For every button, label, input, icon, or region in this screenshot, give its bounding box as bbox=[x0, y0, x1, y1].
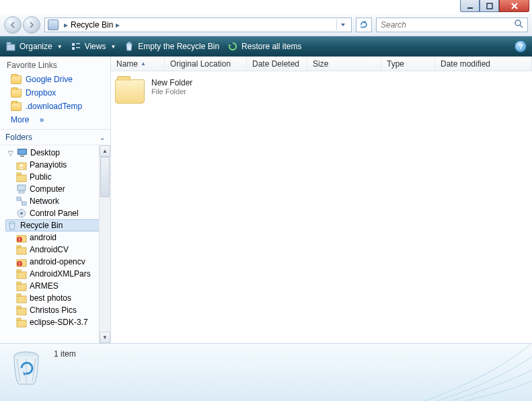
chevron-right-icon: » bbox=[40, 115, 44, 124]
views-label: Views bbox=[85, 42, 106, 51]
address-bar[interactable]: ▸ Recycle Bin ▸ bbox=[44, 17, 352, 32]
collapse-icon[interactable]: ▽ bbox=[7, 149, 14, 157]
svg-rect-19 bbox=[17, 173, 21, 175]
tree-item-network[interactable]: Network bbox=[5, 195, 110, 207]
empty-label: Empty the Recycle Bin bbox=[138, 42, 219, 51]
tree-item-androidcv[interactable]: AndroidCV bbox=[5, 244, 110, 256]
sort-arrow-icon: ▲ bbox=[141, 61, 146, 67]
maximize-button[interactable] bbox=[480, 0, 499, 12]
tree-item-best-photos[interactable]: best photos bbox=[5, 292, 110, 304]
tree-item-recycle-bin[interactable]: Recycle Bin bbox=[5, 219, 110, 231]
forward-button[interactable] bbox=[23, 16, 40, 34]
scroll-up-button[interactable]: ▲ bbox=[100, 145, 110, 157]
svg-point-26 bbox=[20, 212, 23, 215]
folder-icon bbox=[16, 305, 27, 316]
svg-rect-11 bbox=[76, 47, 80, 48]
file-list[interactable]: New Folder File Folder bbox=[111, 71, 532, 343]
help-button[interactable]: ? bbox=[515, 40, 527, 52]
favorites-more[interactable]: More » bbox=[7, 113, 105, 126]
column-date-deleted[interactable]: Date Deleted bbox=[247, 57, 307, 71]
tree-item-label: android-opencv bbox=[30, 257, 85, 266]
status-text: 1 item bbox=[54, 349, 76, 359]
tree-item-android-opencv[interactable]: !android-opencv bbox=[5, 256, 110, 268]
empty-recycle-bin-button[interactable]: Empty the Recycle Bin bbox=[124, 41, 219, 52]
minimize-button[interactable] bbox=[460, 0, 480, 12]
nav-buttons bbox=[4, 16, 40, 34]
search-box[interactable] bbox=[376, 17, 528, 32]
column-size[interactable]: Size bbox=[307, 57, 381, 71]
tree-item-label: android bbox=[30, 233, 56, 242]
control-icon bbox=[16, 208, 27, 219]
folder-icon bbox=[16, 281, 27, 291]
titlebar bbox=[0, 0, 532, 13]
svg-rect-1 bbox=[487, 3, 492, 9]
svg-rect-0 bbox=[467, 7, 473, 9]
svg-rect-10 bbox=[72, 47, 75, 50]
svg-rect-41 bbox=[17, 294, 21, 296]
svg-rect-20 bbox=[17, 185, 26, 190]
folder-icon bbox=[11, 102, 22, 111]
tree-item-desktop[interactable]: ▽Desktop bbox=[5, 147, 110, 159]
folder-icon bbox=[115, 79, 145, 104]
address-dropdown[interactable] bbox=[336, 20, 348, 30]
tree-item-armes[interactable]: ARMES bbox=[5, 280, 110, 292]
column-name[interactable]: Name▲ bbox=[111, 57, 165, 71]
navbar: ▸ Recycle Bin ▸ bbox=[0, 13, 532, 36]
organize-button[interactable]: Organize ▼ bbox=[5, 41, 63, 52]
address-segment[interactable]: Recycle Bin bbox=[71, 20, 113, 30]
restore-label: Restore all items bbox=[241, 42, 301, 51]
file-name: New Folder bbox=[151, 78, 192, 87]
column-type[interactable]: Type bbox=[381, 57, 435, 71]
column-date-modified[interactable]: Date modified bbox=[435, 57, 532, 71]
status-bar: 1 item bbox=[0, 343, 532, 401]
svg-text:!: ! bbox=[19, 262, 20, 266]
scrollbar[interactable]: ▲ ▼ bbox=[99, 145, 110, 343]
svg-point-27 bbox=[9, 222, 15, 224]
tree-item-label: Christos Pics bbox=[30, 305, 77, 315]
favorite-link-google-drive[interactable]: Google Drive bbox=[7, 73, 105, 86]
svg-rect-6 bbox=[7, 44, 15, 50]
scroll-thumb[interactable] bbox=[100, 157, 110, 197]
tree-item-android[interactable]: !android bbox=[5, 231, 110, 244]
tree-item-androidxmlpars[interactable]: AndroidXMLPars bbox=[5, 268, 110, 280]
computer-icon bbox=[16, 184, 27, 194]
folders-header[interactable]: Folders ⌄ bbox=[0, 129, 110, 145]
tree-item-christos-pics[interactable]: Christos Pics bbox=[5, 304, 110, 316]
restore-all-button[interactable]: Restore all items bbox=[227, 41, 301, 52]
tree-item-label: eclipse-SDK-3.7 bbox=[30, 318, 88, 327]
tree-item-label: ARMES bbox=[30, 281, 59, 291]
restore-icon bbox=[227, 41, 238, 52]
file-item[interactable]: New Folder File Folder bbox=[115, 78, 528, 104]
close-button[interactable] bbox=[499, 0, 529, 12]
alert-folder-icon: ! bbox=[16, 232, 27, 243]
back-button[interactable] bbox=[4, 16, 22, 34]
svg-rect-21 bbox=[19, 191, 24, 193]
search-input[interactable] bbox=[381, 20, 514, 30]
tree-item-panayiotis[interactable]: Panayiotis bbox=[5, 159, 110, 171]
svg-rect-9 bbox=[76, 43, 80, 44]
scroll-down-button[interactable]: ▼ bbox=[100, 332, 110, 343]
favorite-link-downloadtemp[interactable]: .downloadTemp bbox=[7, 100, 105, 113]
chevron-down-icon: ⌄ bbox=[100, 134, 105, 141]
tree-item-computer[interactable]: Computer bbox=[5, 183, 110, 195]
svg-rect-45 bbox=[17, 318, 21, 320]
folder-icon bbox=[11, 89, 22, 98]
svg-rect-44 bbox=[17, 320, 26, 327]
refresh-button[interactable] bbox=[356, 17, 372, 32]
svg-point-17 bbox=[20, 164, 23, 167]
column-original-location[interactable]: Original Location bbox=[165, 57, 247, 71]
tree-item-control-panel[interactable]: Control Panel bbox=[5, 207, 110, 219]
content-pane: Name▲ Original Location Date Deleted Siz… bbox=[111, 57, 532, 343]
recycle-bin-icon bbox=[48, 20, 59, 30]
views-button[interactable]: Views ▼ bbox=[71, 41, 116, 52]
tree-item-eclipse-sdk-3-7[interactable]: eclipse-SDK-3.7 bbox=[5, 316, 110, 328]
favorite-link-dropbox[interactable]: Dropbox bbox=[7, 86, 105, 100]
svg-line-24 bbox=[21, 199, 22, 203]
favorites-section: Favorite Links Google Drive Dropbox .dow… bbox=[0, 57, 110, 129]
svg-rect-39 bbox=[17, 282, 21, 284]
tree-item-public[interactable]: Public bbox=[5, 171, 110, 183]
svg-rect-31 bbox=[17, 248, 26, 254]
folder-icon bbox=[11, 75, 22, 84]
tree-item-label: Control Panel bbox=[30, 209, 79, 218]
organize-icon bbox=[5, 41, 16, 52]
